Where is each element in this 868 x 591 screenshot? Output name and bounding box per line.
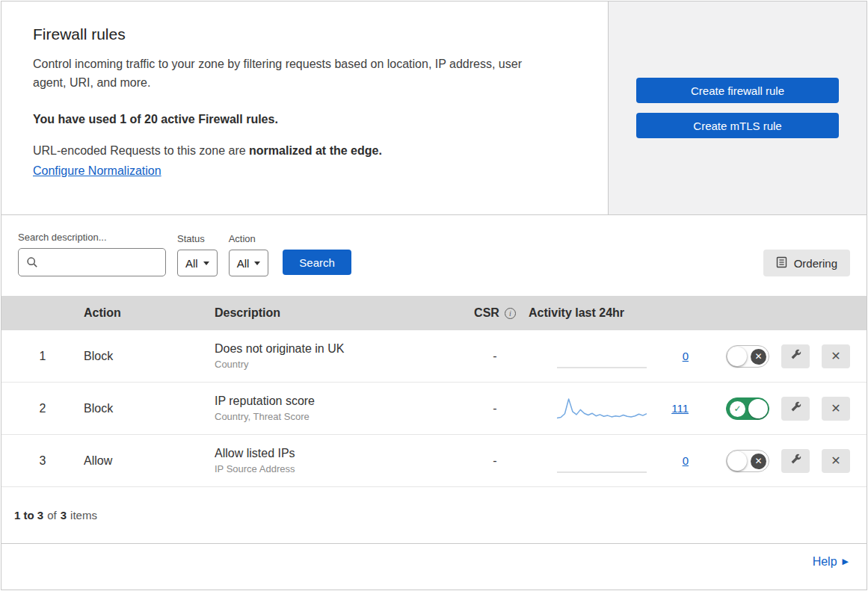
rule-csr-value: -	[461, 402, 529, 415]
column-description: Description	[215, 306, 461, 320]
rule-number: 1	[1, 350, 84, 363]
rule-number: 3	[1, 454, 84, 468]
activity-count-link[interactable]: 111	[671, 402, 689, 415]
rule-activity-cell: 0	[529, 448, 708, 474]
close-icon: ✕	[831, 401, 840, 415]
status-label: Status	[177, 233, 218, 244]
rule-criteria: Country	[215, 359, 461, 370]
action-filter-group: Action All	[229, 233, 269, 276]
edit-rule-button[interactable]	[781, 397, 810, 421]
toggle-knob	[727, 451, 747, 471]
toggle-state-icon	[751, 454, 766, 469]
wrench-icon	[789, 453, 802, 468]
items-text: items	[70, 509, 97, 522]
action-dropdown[interactable]: All	[229, 250, 269, 276]
items-total: 3	[61, 509, 67, 522]
toggle-state-icon	[751, 349, 766, 365]
rule-description: IP reputation score	[215, 394, 461, 408]
activity-count-link[interactable]: 0	[683, 350, 689, 362]
column-activity: Activity last 24hr	[529, 306, 708, 320]
table-row: 3 Allow Allow listed IPs IP Source Addre…	[1, 435, 867, 487]
wrench-icon	[789, 400, 802, 416]
rule-description-cell: Does not originate in UK Country	[215, 342, 461, 370]
rule-enabled-toggle[interactable]	[726, 450, 769, 472]
rule-csr-value: -	[461, 454, 529, 468]
header-text-panel: Firewall rules Control incoming traffic …	[1, 1, 609, 214]
search-icon	[26, 256, 38, 271]
firewall-rules-page: Firewall rules Control incoming traffic …	[1, 1, 867, 590]
of-text: of	[47, 509, 57, 522]
toggle-knob	[748, 399, 768, 418]
rule-criteria: Country, Threat Score	[215, 411, 461, 422]
table-row: 2 Block IP reputation score Country, Thr…	[1, 383, 867, 435]
toggle-state-icon	[730, 401, 745, 417]
page-description: Control incoming traffic to your zone by…	[33, 55, 556, 93]
rule-activity-cell: 111	[529, 396, 708, 421]
toggle-knob	[727, 347, 747, 366]
search-filter-group: Search description...	[18, 232, 166, 276]
help-arrow-icon: ▶	[843, 557, 849, 566]
rule-controls: ✕	[708, 397, 867, 421]
action-label: Action	[229, 233, 269, 244]
rule-controls: ✕	[708, 344, 867, 368]
search-button[interactable]: Search	[283, 250, 351, 275]
activity-count-link[interactable]: 0	[683, 454, 689, 467]
activity-sparkline	[557, 448, 647, 474]
column-action: Action	[84, 306, 215, 320]
rule-action: Block	[84, 402, 215, 415]
column-csr-label: CSR	[474, 306, 499, 320]
rule-action: Block	[84, 350, 215, 363]
items-range: 1 to 3	[14, 509, 43, 522]
rule-description: Does not originate in UK	[215, 342, 461, 356]
create-firewall-rule-button[interactable]: Create firewall rule	[636, 78, 839, 103]
action-dropdown-value: All	[237, 257, 250, 270]
search-box	[18, 248, 166, 276]
rule-enabled-toggle[interactable]	[726, 345, 769, 368]
activity-sparkline	[557, 396, 647, 421]
configure-normalization-link[interactable]: Configure Normalization	[33, 164, 161, 178]
delete-rule-button[interactable]: ✕	[822, 397, 850, 421]
page-header: Firewall rules Control incoming traffic …	[1, 1, 867, 215]
normalization-note: URL-encoded Requests to this zone are no…	[33, 144, 576, 158]
chevron-down-icon	[254, 262, 260, 265]
help-bar: Help ▶	[1, 544, 867, 579]
rule-number: 2	[1, 402, 84, 415]
rule-description: Allow listed IPs	[215, 447, 461, 460]
status-dropdown[interactable]: All	[177, 250, 218, 276]
table-row: 1 Block Does not originate in UK Country…	[1, 330, 867, 383]
normalization-bold: normalized at the edge.	[249, 144, 382, 157]
edit-rule-button[interactable]	[781, 344, 810, 368]
edit-rule-button[interactable]	[781, 449, 810, 473]
pagination-summary: 1 to 3 of 3 items	[1, 487, 867, 544]
normalization-text: URL-encoded Requests to this zone are	[33, 144, 246, 157]
rule-controls: ✕	[708, 449, 867, 473]
header-actions-panel: Create firewall rule Create mTLS rule	[609, 1, 867, 214]
delete-rule-button[interactable]: ✕	[822, 344, 850, 368]
rule-description-cell: IP reputation score Country, Threat Scor…	[215, 394, 461, 422]
info-icon[interactable]: i	[505, 308, 516, 319]
filter-bar: Search description... Status All Action …	[1, 215, 867, 296]
ordering-button[interactable]: Ordering	[763, 250, 850, 276]
create-mtls-rule-button[interactable]: Create mTLS rule	[636, 113, 839, 138]
page-title: Firewall rules	[33, 25, 576, 43]
ordering-list-icon	[776, 256, 787, 270]
column-csr: CSR i	[461, 306, 529, 320]
close-icon: ✕	[831, 349, 840, 363]
status-dropdown-value: All	[185, 257, 198, 270]
activity-sparkline	[557, 344, 647, 369]
rule-enabled-toggle[interactable]	[726, 397, 769, 420]
search-input[interactable]	[18, 248, 166, 276]
rules-table: Action Description CSR i Activity last 2…	[1, 296, 867, 487]
usage-note: You have used 1 of 20 active Firewall ru…	[33, 113, 576, 126]
search-label: Search description...	[18, 232, 166, 243]
rule-criteria: IP Source Address	[215, 463, 461, 474]
status-filter-group: Status All	[177, 233, 218, 276]
rule-activity-cell: 0	[529, 344, 708, 369]
delete-rule-button[interactable]: ✕	[822, 449, 850, 473]
wrench-icon	[789, 348, 802, 364]
rule-csr-value: -	[461, 350, 529, 363]
help-link[interactable]: Help	[813, 555, 837, 569]
rule-description-cell: Allow listed IPs IP Source Address	[215, 447, 461, 474]
table-header-row: Action Description CSR i Activity last 2…	[1, 296, 867, 330]
ordering-button-label: Ordering	[794, 257, 837, 270]
